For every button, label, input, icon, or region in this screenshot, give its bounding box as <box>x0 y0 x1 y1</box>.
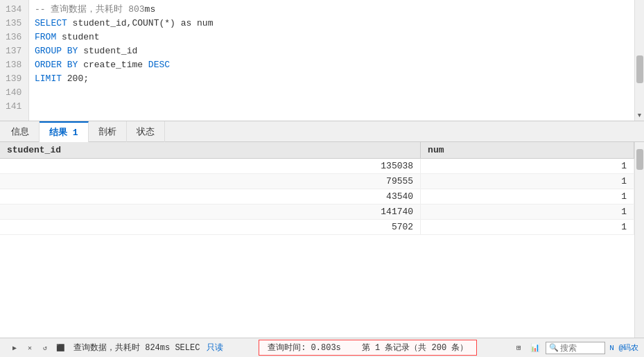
table-cell: 1 <box>421 174 634 189</box>
editor-scrollbar[interactable]: ▼ <box>634 0 644 121</box>
status-bar: ▶ ✕ ↺ ⬛ 查询数据，共耗时 824ms SELEC 只读 查询时间: 0.… <box>0 338 644 357</box>
code-line-135: SELECT student_id,COUNT(*) as num <box>35 17 629 31</box>
refresh-button[interactable]: ↺ <box>39 342 51 354</box>
line-num-136: 136 <box>6 31 23 44</box>
table-cell: 141740 <box>0 204 421 220</box>
code-line-137: GROUP BY student_id <box>35 44 629 58</box>
search-box[interactable]: 🔍 <box>546 342 605 354</box>
tab-results[interactable]: 结果 1 <box>40 121 89 142</box>
col-header-student-id: student_id <box>0 142 421 159</box>
table-cell: 79555 <box>0 174 421 189</box>
status-readonly-label: 只读 <box>207 342 223 354</box>
grid-icon[interactable]: ⊞ <box>512 342 525 354</box>
line-num-135: 135 <box>6 17 23 31</box>
line-num-139: 139 <box>6 72 23 86</box>
line-numbers: 134 135 136 137 138 139 140 141 <box>0 0 29 121</box>
table-row[interactable]: 795551 <box>0 174 634 189</box>
tab-status[interactable]: 状态 <box>127 121 165 142</box>
status-query-info: 查询时间: 0.803s 第 1 条记录（共 200 条） <box>259 340 477 356</box>
status-query-time: 查询时间: 0.803s <box>268 342 341 354</box>
table-header-row: student_id num <box>0 142 634 159</box>
code-line-140 <box>35 86 629 100</box>
code-line-134: -- 查询数据，共耗时 803ms <box>35 3 629 17</box>
line-num-141: 141 <box>6 100 23 114</box>
line-num-138: 138 <box>6 58 23 72</box>
status-right: ⊞ 📊 🔍 N @码农 <box>507 342 644 354</box>
table-row[interactable]: 435401 <box>0 189 634 204</box>
status-left-text: 查询数据，共耗时 824ms SELEC <box>73 342 200 354</box>
line-num-140: 140 <box>6 86 23 100</box>
editor-scrollbar-thumb[interactable] <box>636 55 643 83</box>
user-info: N @码农 <box>609 342 638 353</box>
table-row[interactable]: 1350381 <box>0 159 634 174</box>
status-center: 查询时间: 0.803s 第 1 条记录（共 200 条） <box>229 340 507 356</box>
tab-profiling[interactable]: 剖析 <box>89 121 127 142</box>
table-cell: 135038 <box>0 159 421 174</box>
code-line-138: ORDER BY create_time DESC <box>35 58 629 72</box>
square-button[interactable]: ⬛ <box>54 342 67 354</box>
results-table-wrapper: student_id num 1350381795551435401141740… <box>0 142 644 338</box>
table-cell: 5702 <box>0 220 421 235</box>
line-num-134: 134 <box>6 3 23 17</box>
results-table[interactable]: student_id num 1350381795551435401141740… <box>0 142 634 338</box>
code-content[interactable]: -- 查询数据，共耗时 803ms SELECT student_id,COUN… <box>29 0 634 121</box>
code-line-139: LIMIT 200; <box>35 72 629 86</box>
editor-scroll-down-icon[interactable]: ▼ <box>635 111 645 121</box>
search-icon: 🔍 <box>549 343 559 352</box>
col-header-num: num <box>421 142 634 159</box>
code-line-136: FROM student <box>35 31 629 44</box>
results-scrollbar[interactable] <box>634 142 644 338</box>
line-num-137: 137 <box>6 44 23 58</box>
table-cell: 1 <box>421 189 634 204</box>
table-row[interactable]: 1417401 <box>0 204 634 220</box>
status-left: ▶ ✕ ↺ ⬛ 查询数据，共耗时 824ms SELEC 只读 <box>0 342 229 354</box>
chart-icon[interactable]: 📊 <box>529 342 541 354</box>
status-rows: 第 1 条记录（共 200 条） <box>362 342 469 354</box>
status-toolbar: ▶ ✕ ↺ ⬛ <box>6 342 69 354</box>
tab-info[interactable]: 信息 <box>1 121 40 142</box>
table-cell: 1 <box>421 159 634 174</box>
editor-area: 134 135 136 137 138 139 140 141 -- 查询数据，… <box>0 0 644 121</box>
play-button[interactable]: ▶ <box>8 342 21 354</box>
table-cell: 43540 <box>0 189 421 204</box>
stop-button[interactable]: ✕ <box>24 342 36 354</box>
results-area: student_id num 1350381795551435401141740… <box>0 142 644 338</box>
table-cell: 1 <box>421 220 634 235</box>
code-line-141 <box>35 100 629 114</box>
results-scrollbar-thumb[interactable] <box>636 149 643 170</box>
search-input[interactable] <box>560 343 602 353</box>
tabs-bar: 信息 结果 1 剖析 状态 <box>0 121 644 142</box>
table-row[interactable]: 57021 <box>0 220 634 235</box>
table-cell: 1 <box>421 204 634 220</box>
